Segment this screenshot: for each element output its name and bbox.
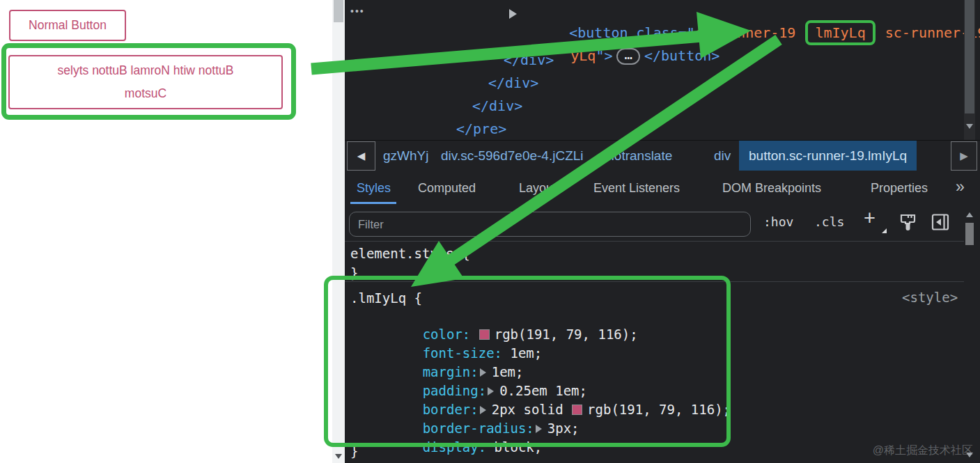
inline-expand-icon[interactable]: … — [616, 48, 639, 65]
breadcrumb: ◀ gzWhYj div.sc-596d7e0e-4.jCZLi .notran… — [345, 140, 980, 171]
devtools-tabs: Styles Computed Layout Event Listeners D… — [345, 171, 980, 205]
custom-button[interactable]: selyts nottuB lamroN htiw nottuB motsuC — [8, 55, 283, 109]
new-style-rule-button[interactable]: + — [864, 207, 876, 230]
brush-icon[interactable] — [899, 212, 917, 236]
css-rule-selector[interactable]: .lmIyLq { — [350, 290, 422, 306]
hover-state-toggle[interactable]: :hov — [763, 214, 793, 229]
closing-tag-token: </button> — [644, 47, 720, 64]
active-tab-underline — [350, 202, 396, 204]
normal-button[interactable]: Normal Button — [9, 10, 126, 41]
divider — [345, 281, 964, 282]
divider — [345, 241, 964, 242]
scroll-up-icon[interactable] — [966, 212, 973, 217]
annotation-box-classname: lmIyLq — [805, 20, 875, 45]
code-line-div-close[interactable]: </div> — [472, 97, 522, 115]
breadcrumb-back-button[interactable]: ◀ — [347, 141, 375, 171]
property-name: display: — [423, 439, 487, 455]
code-line-div-close[interactable]: </div> — [488, 74, 538, 92]
tab-properties[interactable]: Properties — [871, 171, 928, 205]
page-scrollbar[interactable] — [332, 0, 345, 463]
breadcrumb-item[interactable]: .notranslate — [603, 141, 672, 171]
element-style-close-brace: } — [350, 265, 358, 281]
styles-scrollbar-thumb[interactable] — [965, 223, 974, 245]
highlighted-classname: lmIyLq — [815, 24, 865, 41]
element-style-selector[interactable]: element.style { — [350, 245, 470, 262]
attr-value-token: yLq — [570, 47, 596, 64]
page-scrollbar-thumb[interactable] — [334, 0, 343, 22]
breadcrumb-forward-button[interactable]: ▶ — [951, 141, 977, 171]
rendered-page: Normal Button selyts nottuB lamroN htiw … — [0, 0, 332, 463]
scroll-down-icon[interactable] — [335, 454, 342, 459]
tab-styles[interactable]: Styles — [357, 171, 391, 205]
quote-token: "> — [596, 47, 612, 64]
breadcrumb-item[interactable]: div.sc-596d7e0e-4.jCZLi — [441, 141, 584, 171]
class-toggle[interactable]: .cls — [814, 214, 844, 229]
breadcrumb-item[interactable]: gzWhYj — [383, 141, 428, 171]
expand-arrow-icon[interactable] — [509, 9, 517, 19]
css-rule-close-brace: } — [350, 443, 358, 460]
styles-filter-input[interactable] — [349, 212, 751, 237]
elements-scrollbar[interactable] — [964, 0, 975, 140]
property-value: 3px; — [547, 421, 580, 436]
more-actions-icon[interactable]: ••• — [350, 6, 365, 17]
code-line-pre-close[interactable]: </pre> — [456, 120, 506, 138]
property-value: block; — [495, 439, 543, 455]
tab-event-listeners[interactable]: Event Listeners — [593, 171, 680, 205]
tabs-overflow-icon[interactable]: » — [956, 169, 965, 204]
elements-tree: ••• <button class="sc-runner-19 lmIyLq s… — [345, 0, 980, 140]
elements-scrollbar-thumb[interactable] — [965, 0, 974, 113]
watermark: @稀土掘金技术社区 — [873, 444, 973, 458]
scroll-down-icon[interactable] — [966, 124, 973, 129]
devtools-panel: ••• <button class="sc-runner-19 lmIyLq s… — [345, 0, 980, 463]
new-style-rule-dropdown-icon — [882, 228, 887, 233]
custom-button-line1: selyts nottuB lamroN htiw nottuB — [58, 59, 234, 82]
property-value: rgb(191, 79, 116); — [587, 402, 731, 417]
breadcrumb-item-selected[interactable]: button.sc-runner-19.lmIyLq — [739, 141, 917, 171]
sidebar-toggle-icon[interactable] — [931, 212, 950, 236]
styles-pane: :hov .cls + element.style { } .lmIyLq { — [345, 205, 980, 463]
tab-layout[interactable]: Layout — [519, 171, 557, 205]
custom-button-line2: motsuC — [125, 82, 166, 105]
css-property-display[interactable]: display: block; — [375, 422, 542, 463]
tab-computed[interactable]: Computed — [418, 171, 476, 205]
code-line-div-close[interactable]: </div> — [504, 51, 554, 69]
tab-dom-breakpoints[interactable]: DOM Breakpoints — [722, 171, 821, 205]
breadcrumb-item[interactable]: div — [714, 141, 731, 171]
style-source-link[interactable]: <style> — [902, 290, 958, 305]
